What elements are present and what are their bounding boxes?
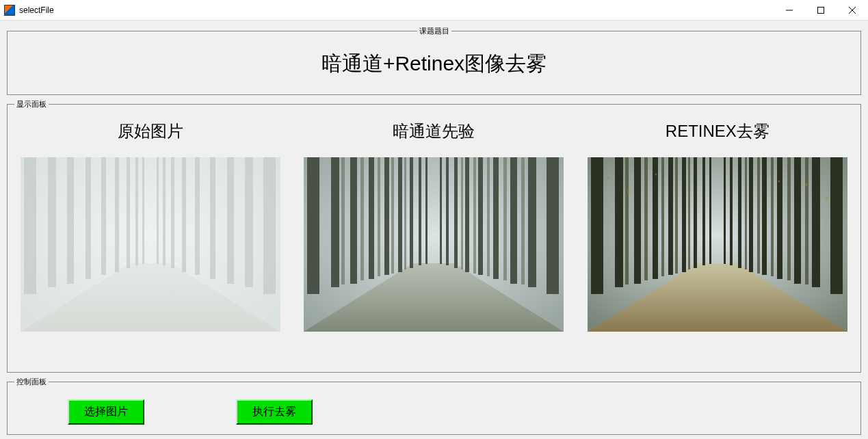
window-title: selectFile <box>19 5 774 15</box>
matlab-icon <box>4 5 15 16</box>
main-title: 暗通道+Retinex图像去雾 <box>14 43 854 88</box>
svg-rect-45 <box>341 157 345 284</box>
svg-rect-82 <box>771 157 774 276</box>
svg-rect-79 <box>688 157 690 269</box>
retinex-image-col: RETINEX去雾 <box>583 119 852 332</box>
svg-rect-41 <box>493 157 499 279</box>
svg-rect-27 <box>307 157 319 294</box>
close-button[interactable] <box>837 0 868 21</box>
dark-channel-image-label: 暗通道先验 <box>299 120 568 142</box>
svg-rect-31 <box>384 157 389 275</box>
svg-rect-35 <box>425 157 428 264</box>
svg-rect-38 <box>454 157 458 268</box>
select-image-button[interactable]: 选择图片 <box>68 399 144 425</box>
svg-rect-33 <box>410 157 413 268</box>
svg-rect-69 <box>749 157 753 272</box>
svg-rect-70 <box>762 157 767 275</box>
svg-rect-78 <box>675 157 678 274</box>
original-image <box>21 157 280 332</box>
svg-rect-77 <box>661 157 664 276</box>
svg-rect-68 <box>738 157 741 268</box>
svg-rect-24 <box>21 157 280 332</box>
svg-rect-66 <box>724 157 726 264</box>
svg-rect-1 <box>818 8 824 14</box>
svg-rect-43 <box>528 157 536 287</box>
svg-rect-64 <box>702 157 705 265</box>
svg-rect-73 <box>812 157 820 287</box>
svg-rect-63 <box>694 157 697 268</box>
svg-rect-40 <box>478 157 483 275</box>
svg-rect-28 <box>331 157 339 287</box>
svg-rect-59 <box>634 157 641 284</box>
control-panel-legend: 控制面板 <box>14 377 49 387</box>
svg-rect-51 <box>473 157 476 274</box>
svg-rect-36 <box>440 157 442 264</box>
client-area: 课题题目 暗通道+Retinex图像去雾 显示面板 原始图片 <box>0 21 868 439</box>
control-panel: 控制面板 选择图片 执行去雾 <box>7 377 861 435</box>
svg-rect-65 <box>709 157 711 264</box>
svg-point-88 <box>826 197 828 200</box>
svg-rect-29 <box>350 157 357 284</box>
svg-rect-52 <box>487 157 490 276</box>
title-panel: 课题题目 暗通道+Retinex图像去雾 <box>7 26 861 95</box>
svg-rect-74 <box>830 157 843 294</box>
svg-rect-71 <box>777 157 782 279</box>
svg-rect-34 <box>419 157 421 265</box>
minimize-button[interactable] <box>774 0 805 21</box>
svg-rect-84 <box>805 157 808 284</box>
retinex-image-label: RETINEX去雾 <box>583 120 852 142</box>
svg-rect-53 <box>503 157 507 280</box>
svg-rect-39 <box>465 157 469 272</box>
svg-rect-30 <box>369 157 374 279</box>
svg-rect-48 <box>391 157 394 274</box>
original-image-label: 原始图片 <box>16 120 285 142</box>
display-panel: 显示面板 原始图片 <box>7 99 861 373</box>
svg-rect-47 <box>378 157 380 276</box>
svg-rect-42 <box>510 157 517 284</box>
svg-point-90 <box>778 181 780 183</box>
title-panel-legend: 课题题目 <box>417 26 451 36</box>
svg-rect-54 <box>521 157 525 284</box>
svg-rect-83 <box>787 157 791 280</box>
svg-point-89 <box>655 174 657 176</box>
svg-rect-61 <box>668 157 673 275</box>
dark-channel-image-col: 暗通道先验 <box>299 119 568 332</box>
svg-rect-80 <box>745 157 747 269</box>
svg-point-86 <box>627 190 630 193</box>
svg-rect-81 <box>757 157 760 274</box>
svg-rect-37 <box>446 157 449 265</box>
svg-point-87 <box>805 183 808 186</box>
svg-rect-72 <box>794 157 801 284</box>
window-controls <box>774 0 868 20</box>
svg-rect-44 <box>547 157 559 294</box>
svg-rect-58 <box>615 157 623 287</box>
svg-rect-67 <box>730 157 733 265</box>
display-panel-legend: 显示面板 <box>14 99 49 109</box>
svg-rect-46 <box>360 157 364 280</box>
original-image-col: 原始图片 <box>16 119 285 332</box>
svg-rect-60 <box>653 157 658 279</box>
execute-dehaze-button[interactable]: 执行去雾 <box>236 399 313 425</box>
images-row: 原始图片 <box>14 116 854 332</box>
svg-rect-62 <box>682 157 686 272</box>
svg-rect-75 <box>625 157 629 284</box>
window-titlebar: selectFile <box>0 0 868 21</box>
svg-rect-49 <box>404 157 406 269</box>
retinex-image <box>588 157 847 332</box>
svg-point-85 <box>607 176 609 179</box>
svg-rect-57 <box>591 157 603 294</box>
svg-rect-76 <box>644 157 648 280</box>
maximize-button[interactable] <box>805 0 837 21</box>
svg-rect-32 <box>398 157 402 272</box>
svg-rect-50 <box>461 157 463 269</box>
dark-channel-image <box>304 157 564 332</box>
